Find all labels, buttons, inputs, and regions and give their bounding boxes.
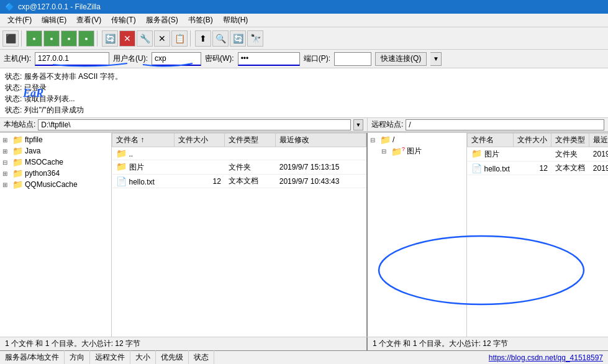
file-type-cell (225, 147, 276, 160)
remote-path-label: 远程站点: (371, 119, 403, 130)
local-path-input[interactable] (38, 119, 351, 130)
pass-input[interactable] (238, 52, 300, 66)
toolbar-btn-search[interactable]: 🔍 (212, 30, 229, 47)
remote-tree[interactable]: ⊟ 📁 / ⊟ 📁? 图片 (368, 133, 467, 337)
local-file-list[interactable]: 文件名 ↑ 文件大小 文件类型 最近修改 📁.. 📁图片 文件夹 2019/9/ (112, 133, 366, 337)
menu-transfer[interactable]: 传输(T) (106, 14, 140, 27)
transfer-col-1: 服务器/本地文件 (0, 350, 65, 364)
menu-view[interactable]: 查看(V) (71, 14, 106, 27)
toolbar-sep-1 (21, 30, 24, 47)
toolbar-btn-up[interactable]: ⬆ (195, 30, 211, 47)
folder-icon: 📁 (12, 168, 23, 178)
host-input[interactable] (35, 52, 109, 66)
tree-item-qq[interactable]: ⊞ 📁 QQMusicCache (1, 179, 110, 190)
toolbar-btn-6[interactable]: 🔧 (137, 30, 153, 47)
tree-label: python364 (25, 169, 60, 178)
folder-icon: 📁 (12, 135, 23, 145)
expand-icon: ⊟ (381, 148, 391, 155)
title-text: cxp@127.0.0.1 - FileZilla (18, 2, 101, 11)
file-name-cell: 📁图片 (112, 160, 175, 175)
tree-item-mso[interactable]: ⊟ 📁 MSOCache (1, 157, 110, 168)
transfer-col-3: 远程文件 (90, 350, 130, 364)
tree-label: QQMusicCache (25, 180, 78, 189)
remote-file-list[interactable]: 文件名 文件大小 文件类型 最近修改 权限 📁图片 文件夹 2019/9/7 1… (467, 133, 608, 337)
toolbar-btn-2[interactable]: ▪ (26, 30, 42, 47)
remote-col-date-header[interactable]: 最近修改 (589, 134, 608, 147)
table-row[interactable]: 📁图片 文件夹 2019/9/7 15:... fdelcm (468, 147, 609, 162)
toolbar-btn-4[interactable]: ▪ (61, 30, 77, 47)
pass-label: 密码(W): (205, 53, 234, 64)
file-name-cell: 📄hello.txt (112, 175, 175, 188)
local-path-dropdown[interactable]: ▼ (353, 119, 363, 130)
file-date-cell: 2019/9/7 10:... (589, 162, 608, 175)
tree-item-java[interactable]: ⊞ 📁 Java (1, 145, 110, 157)
file-size-cell (174, 147, 225, 160)
expand-icon: ⊞ (2, 137, 12, 143)
file-date-cell: 2019/9/7 10:43:43 (276, 175, 366, 188)
port-input[interactable] (334, 52, 371, 66)
file-size-cell: 12 (174, 175, 225, 188)
menu-file[interactable]: 文件(F) (2, 14, 37, 27)
remote-status: 1 个文件 和 1 个目录。大小总计: 12 字节 (368, 337, 608, 350)
toolbar-btn-binoculars[interactable]: 🔭 (247, 30, 263, 47)
menu-server[interactable]: 服务器(S) (141, 14, 183, 27)
local-panel: ⊞ 📁 ftpfile ⊞ 📁 Java ⊟ 📁 MSOCache (0, 133, 368, 337)
expand-icon: ⊞ (2, 148, 12, 155)
menu-help[interactable]: 帮助(H) (218, 14, 253, 27)
toolbar-btn-7[interactable]: ✕ (154, 30, 170, 47)
col-date-header[interactable]: 最近修改 (276, 134, 366, 147)
toolbar-btn-5[interactable]: ▪ (78, 30, 94, 47)
col-type-header[interactable]: 文件类型 (225, 134, 276, 147)
toolbar-btn-cancel[interactable]: ✕ (119, 30, 135, 47)
remote-col-type-header[interactable]: 文件类型 (551, 134, 589, 147)
file-date-cell (276, 147, 366, 160)
tree-label: 图片 (407, 146, 422, 157)
menu-edit[interactable]: 编辑(E) (37, 14, 71, 27)
toolbar-btn-8[interactable]: 📋 (171, 30, 188, 47)
transfer-bar: 服务器/本地文件 方向 远程文件 大小 优先级 状态 https://blog.… (0, 350, 608, 364)
tree-label: Java (25, 147, 40, 155)
tree-label: MSOCache (25, 158, 63, 166)
remote-content: ⊟ 📁 / ⊟ 📁? 图片 文件名 (368, 133, 608, 337)
table-row[interactable]: 📄hello.txt 12 文本文档 2019/9/7 10:... fdrwa (468, 162, 609, 175)
remote-col-size-header[interactable]: 文件大小 (514, 134, 551, 147)
tree-item-pics[interactable]: ⊟ 📁? 图片 (369, 145, 465, 157)
expand-icon: ⊟ (370, 137, 380, 143)
user-input[interactable] (152, 52, 201, 66)
status-line-3: 状态: 读取目录列表... (5, 93, 603, 104)
transfer-col-4: 大小 (130, 350, 156, 364)
question-folder-icon: 📁? (391, 146, 405, 157)
transfer-col-2: 方向 (65, 350, 90, 364)
remote-path-bar: 远程站点: (368, 118, 608, 132)
remote-status-text: 1 个文件 和 1 个目录。大小总计: 12 字节 (373, 339, 508, 349)
table-row[interactable]: 📁.. (112, 147, 366, 160)
status-line-1: 状态: 服务器不支持非 ASCII 字符。 (5, 71, 603, 82)
toolbar-btn-9[interactable]: 🔄 (230, 30, 246, 47)
toolbar-btn-1[interactable]: ⬛ (2, 30, 19, 47)
menu-bookmark[interactable]: 书签(B) (183, 14, 218, 27)
toolbar-btn-refresh[interactable]: 🔄 (102, 30, 118, 47)
col-name-header[interactable]: 文件名 ↑ (112, 134, 175, 147)
tree-label: / (392, 135, 394, 144)
toolbar-sep-3 (190, 30, 193, 47)
table-row[interactable]: 📄hello.txt 12 文本文档 2019/9/7 10:43:43 (112, 175, 366, 188)
transfer-url[interactable]: https://blog.csdn.net/qq_41518597 (214, 352, 608, 364)
bottom-status: 1 个文件 和 1 个目录。大小总计: 12 字节 1 个文件 和 1 个目录。… (0, 337, 608, 350)
local-tree[interactable]: ⊞ 📁 ftpfile ⊞ 📁 Java ⊟ 📁 MSOCache (0, 133, 112, 337)
tree-item-python[interactable]: ⊞ 📁 python364 (1, 168, 110, 179)
tree-item-root[interactable]: ⊟ 📁 / (369, 134, 465, 145)
title-bar: 🔷 cxp@127.0.0.1 - FileZilla (0, 0, 608, 14)
folder-icon: 📁 (12, 146, 23, 156)
remote-path-input[interactable] (406, 119, 604, 130)
quick-connect-button[interactable]: 快速连接(Q) (375, 52, 427, 66)
remote-col-name-header[interactable]: 文件名 (468, 134, 514, 147)
quick-connect-dropdown[interactable]: ▼ (430, 52, 442, 66)
toolbar-btn-3[interactable]: ▪ (43, 30, 60, 47)
folder-icon: 📁 (12, 157, 23, 167)
transfer-col-5: 优先级 (156, 350, 189, 364)
table-row[interactable]: 📁图片 文件夹 2019/9/7 15:13:15 (112, 160, 366, 175)
col-size-header[interactable]: 文件大小 (174, 134, 225, 147)
tree-item-ftpfile[interactable]: ⊞ 📁 ftpfile (1, 134, 110, 145)
user-label: 用户名(U): (113, 53, 148, 64)
local-status: 1 个文件 和 1 个目录。大小总计: 12 字节 (0, 337, 368, 350)
